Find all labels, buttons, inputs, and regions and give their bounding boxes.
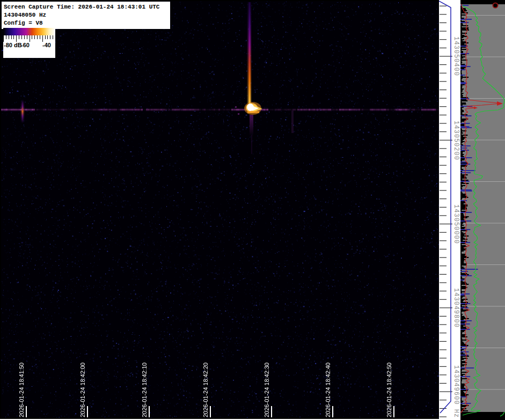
colorbar-label-mid: -60: [21, 42, 30, 48]
freq-label: 143049600 Hz: [452, 365, 460, 418]
freq-label: 143050000: [452, 204, 460, 244]
time-tick: [271, 406, 272, 417]
time-tick: [149, 406, 150, 417]
freq-label: 143050400: [452, 36, 460, 76]
colorbar-label-max: -40: [42, 42, 51, 48]
time-tick: [210, 406, 211, 417]
freq-label: 143049800: [452, 288, 460, 328]
spectrogram-canvas: [1, 1, 439, 418]
colorbar: -80 dB -60 -40: [3, 27, 55, 58]
time-label: 2026-01-24 18:41:50: [18, 363, 25, 417]
freq-label: 143050200: [452, 121, 460, 160]
time-label: 2026-01-24 18:42:10: [141, 363, 148, 417]
colorbar-label-min: -80 dB: [4, 42, 22, 48]
center-frequency-text: 143048050 Hz: [4, 11, 168, 19]
time-label: 2026-01-24 18:42:40: [325, 363, 332, 417]
spectrum-side-panel: [460, 0, 505, 420]
time-label: 2026-01-24 18:42:00: [79, 363, 86, 417]
capture-time-text: Screen Capture Time: 2026-01-24 18:43:01…: [4, 3, 168, 11]
time-tick: [87, 406, 88, 417]
time-tick: [332, 406, 333, 417]
time-label: 2026-01-24 18:42:20: [202, 363, 209, 417]
time-label: 2026-01-24 18:42:30: [264, 363, 270, 417]
config-text: Config = V8: [4, 19, 168, 27]
time-label: 2026-01-24 18:42:50: [386, 363, 393, 417]
spectrogram-area: Screen Capture Time: 2026-01-24 18:43:01…: [0, 0, 439, 419]
colorbar-ticks: [3, 35, 55, 42]
time-tick: [26, 406, 27, 417]
app-window: Screen Capture Time: 2026-01-24 18:43:01…: [0, 0, 505, 420]
spectrum-panel-canvas: [460, 0, 505, 420]
colorbar-gradient: [3, 28, 55, 35]
frequency-ruler: 1430504001430502001430500001430498001430…: [439, 0, 460, 420]
time-tick: [393, 406, 394, 417]
capture-info-box: Screen Capture Time: 2026-01-24 18:43:01…: [2, 2, 170, 29]
